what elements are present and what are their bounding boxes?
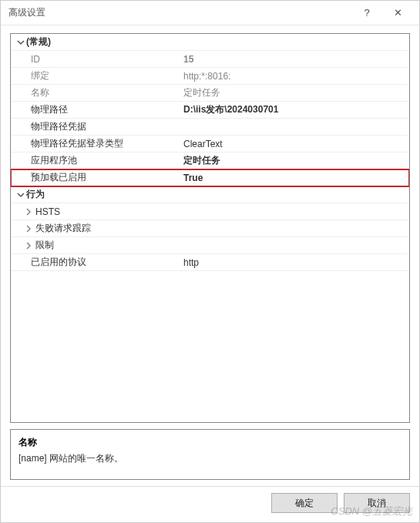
cancel-button[interactable]: 取消 — [344, 493, 410, 513]
value-protocols: http — [179, 257, 409, 268]
close-button[interactable]: ✕ — [382, 1, 413, 25]
property-grid[interactable]: (常规) ID 15 绑定 http:*:8016: 名称 定时任务 物理路径 … — [10, 33, 410, 423]
button-row: 确定 取消 — [1, 486, 419, 522]
window-title: 高级设置 — [8, 6, 351, 19]
help-button[interactable]: ? — [351, 1, 382, 25]
row-binding[interactable]: 绑定 http:*:8016: — [11, 68, 409, 85]
label-physical-path: 物理路径 — [11, 103, 179, 116]
row-limits[interactable]: 限制 — [11, 237, 409, 254]
value-physical-path: D:\iis发布\2024030701 — [179, 103, 409, 116]
label-binding: 绑定 — [11, 69, 179, 82]
chevron-right-icon — [25, 225, 35, 233]
chevron-right-icon — [25, 208, 35, 216]
row-failed-request[interactable]: 失败请求跟踪 — [11, 220, 409, 237]
label-failed-request: 失败请求跟踪 — [35, 222, 91, 235]
label-physical-path-logon: 物理路径凭据登录类型 — [11, 137, 179, 150]
section-general[interactable]: (常规) — [11, 34, 409, 51]
value-app-pool: 定时任务 — [179, 154, 409, 167]
help-icon: ? — [364, 7, 369, 18]
row-physical-path[interactable]: 物理路径 D:\iis发布\2024030701 — [11, 102, 409, 119]
chevron-right-icon — [25, 242, 35, 250]
description-panel: 名称 [name] 网站的唯一名称。 — [10, 429, 410, 480]
value-preload: True — [179, 173, 409, 183]
value-id: 15 — [179, 54, 409, 65]
label-app-pool: 应用程序池 — [11, 154, 179, 167]
value-name: 定时任务 — [179, 86, 409, 99]
value-binding: http:*:8016: — [179, 71, 409, 82]
label-id: ID — [11, 54, 179, 65]
row-app-pool[interactable]: 应用程序池 定时任务 — [11, 153, 409, 169]
label-preload: 预加载已启用 — [11, 171, 179, 184]
description-title: 名称 — [18, 436, 402, 449]
row-physical-path-logon[interactable]: 物理路径凭据登录类型 ClearText — [11, 136, 409, 153]
titlebar: 高级设置 ? ✕ — [1, 1, 419, 25]
chevron-down-icon — [15, 39, 26, 46]
value-physical-path-logon: ClearText — [179, 139, 409, 149]
ok-button[interactable]: 确定 — [271, 493, 338, 513]
label-limits: 限制 — [35, 239, 54, 252]
row-physical-path-cred[interactable]: 物理路径凭据 — [11, 119, 409, 136]
row-preload[interactable]: 预加载已启用 True — [11, 169, 409, 186]
row-protocols[interactable]: 已启用的协议 http — [11, 254, 409, 271]
section-behavior[interactable]: 行为 — [11, 186, 409, 203]
section-general-label: (常规) — [26, 35, 51, 49]
row-hsts[interactable]: HSTS — [11, 203, 409, 220]
row-name[interactable]: 名称 定时任务 — [11, 85, 409, 102]
label-protocols: 已启用的协议 — [11, 256, 179, 269]
content-area: (常规) ID 15 绑定 http:*:8016: 名称 定时任务 物理路径 … — [1, 25, 419, 486]
description-text: [name] 网站的唯一名称。 — [18, 452, 402, 465]
label-hsts: HSTS — [35, 206, 60, 217]
label-name: 名称 — [11, 86, 179, 99]
section-behavior-label: 行为 — [26, 188, 45, 201]
row-id[interactable]: ID 15 — [11, 51, 409, 68]
close-icon: ✕ — [394, 7, 402, 18]
label-physical-path-cred: 物理路径凭据 — [11, 120, 179, 133]
chevron-down-icon — [15, 191, 26, 199]
